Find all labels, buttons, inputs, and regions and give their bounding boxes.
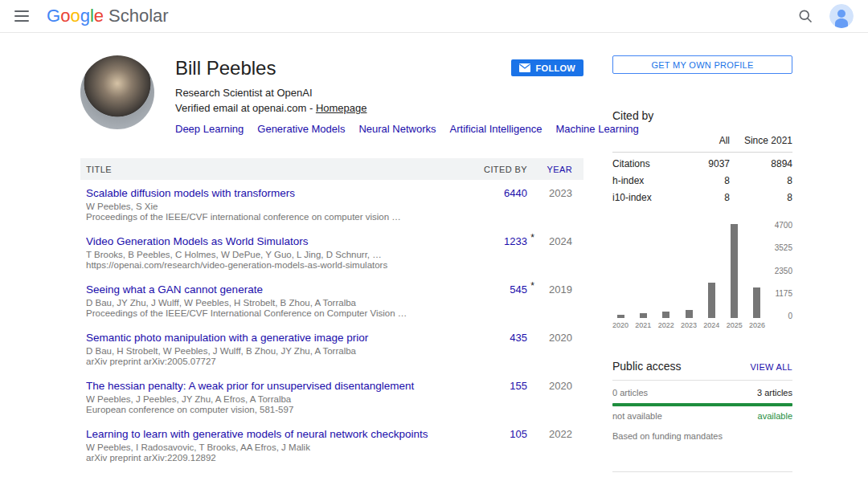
chart-bar[interactable] <box>617 315 624 318</box>
publications-list: Scalable diffusion models with transform… <box>80 180 583 477</box>
cited-by-count[interactable]: 6440 <box>504 187 527 199</box>
publication-row: Seeing what a GAN cannot generateD Bau, … <box>80 276 583 324</box>
cited-by-count[interactable]: 545 <box>510 283 527 296</box>
cited-by-count[interactable]: 1233 <box>504 235 527 247</box>
publication-year: 2023 <box>527 187 583 222</box>
publication-title[interactable]: Seeing what a GAN cannot generate <box>86 283 458 296</box>
chart-x-label: 2022 <box>658 321 674 329</box>
citations-chart-ylabels: 47003525235011750 <box>775 221 792 320</box>
citation-stats-row: h-index88 <box>612 175 792 186</box>
citations-chart: 2020202120222023202420252026 47003525235… <box>612 224 792 329</box>
stat-label: h-index <box>612 175 677 186</box>
publication-title[interactable]: Semantic photo manipulation with a gener… <box>86 332 458 344</box>
availability-bar <box>612 403 792 406</box>
cited-by-count[interactable]: 105 <box>510 428 527 440</box>
chart-y-label: 0 <box>788 312 792 320</box>
stat-label: i10-index <box>612 192 677 203</box>
publication-year: 2019 <box>527 283 583 319</box>
available-label: available <box>758 411 792 421</box>
chart-bar[interactable] <box>753 287 760 318</box>
homepage-link[interactable]: Homepage <box>316 102 367 114</box>
profile-photo[interactable] <box>80 55 154 129</box>
google-scholar-logo[interactable]: G o o g l e Scholar <box>47 6 169 26</box>
follow-button[interactable]: FOLLOW <box>511 59 583 76</box>
coauthors-section: Co-authors <box>612 471 792 477</box>
cited-by-count[interactable]: 435 <box>510 332 527 344</box>
stat-value-all: 9037 <box>677 158 730 169</box>
stat-label: Citations <box>612 158 677 169</box>
interest-link[interactable]: Machine Learning <box>555 123 638 135</box>
chart-x-label: 2024 <box>703 321 719 329</box>
publication-authors: T Brooks, B Peebles, C Holmes, W DePue, … <box>86 250 458 260</box>
chart-column: 2025 <box>727 224 743 329</box>
public-access-section: Public access VIEW ALL 0 articles 3 arti… <box>612 360 792 441</box>
profile-header: Bill Peebles Research Scientist at OpenA… <box>80 55 583 135</box>
interest-link[interactable]: Deep Learning <box>175 123 244 135</box>
not-available-count: 0 articles <box>612 388 648 398</box>
publication-venue: arXiv preprint arXiv:2209.12892 <box>86 453 458 463</box>
citations-chart-columns: 2020202120222023202420252026 <box>612 224 765 329</box>
not-available-label: not available <box>612 411 662 421</box>
publications-table-header: TITLE CITED BY YEAR <box>80 158 583 180</box>
citation-stats-rows: Citations90378894h-index88i10-index88 <box>612 158 792 203</box>
logo-letter: g <box>80 6 90 26</box>
publication-authors: D Bau, JY Zhu, J Wulff, W Peebles, H Str… <box>86 298 458 308</box>
profile-affiliation: Research Scientist at OpenAI <box>175 87 653 99</box>
menu-icon[interactable] <box>14 10 29 22</box>
chart-y-label: 3525 <box>775 243 792 252</box>
publication-row: GAN-supervised dense visual alignmentW P… <box>80 469 583 477</box>
logo-scholar-text: Scholar <box>108 6 169 26</box>
search-icon[interactable] <box>797 8 813 24</box>
co-authored-star: * <box>530 280 534 292</box>
publication-title[interactable]: Scalable diffusion models with transform… <box>86 187 458 200</box>
stat-value-since: 8 <box>730 175 792 186</box>
publication-authors: W Peebles, I Radosavovic, T Brooks, AA E… <box>86 442 458 453</box>
chart-column: 2026 <box>749 224 765 329</box>
chart-x-label: 2021 <box>635 321 651 329</box>
logo-letter: o <box>60 6 70 26</box>
publication-authors: D Bau, H Strobelt, W Peebles, J Wulff, B… <box>86 346 458 357</box>
publication-venue: European conference on computer vision, … <box>86 405 458 415</box>
publication-title[interactable]: The hessian penalty: A weak prior for un… <box>86 380 458 393</box>
citation-stats-table: All Since 2021 Citations90378894h-index8… <box>612 135 792 203</box>
envelope-icon <box>519 63 530 72</box>
publication-year: 2024 <box>527 235 583 271</box>
chart-column: 2020 <box>612 224 628 329</box>
chart-column: 2022 <box>658 224 674 329</box>
chart-bar[interactable] <box>662 312 669 318</box>
chart-column: 2023 <box>681 224 697 329</box>
interest-link[interactable]: Generative Models <box>257 123 345 135</box>
publication-venue: Proceedings of the IEEE/CVF Internationa… <box>86 308 458 319</box>
stat-value-since: 8894 <box>730 158 792 169</box>
chart-x-label: 2025 <box>727 321 743 329</box>
chart-y-label: 4700 <box>775 221 792 230</box>
publication-row: Scalable diffusion models with transform… <box>80 180 583 228</box>
chart-bar[interactable] <box>686 310 693 318</box>
interest-link[interactable]: Artificial Intelligence <box>450 123 542 135</box>
publication-venue: Proceedings of the IEEE/CVF internationa… <box>86 212 458 222</box>
stat-value-all: 8 <box>677 192 730 203</box>
publication-authors: W Peebles, S Xie <box>86 202 458 212</box>
chart-bar[interactable] <box>708 283 715 318</box>
citation-stats-row: i10-index88 <box>612 192 792 203</box>
chart-bar[interactable] <box>640 313 647 318</box>
stat-value-all: 8 <box>677 175 730 186</box>
column-header-year[interactable]: YEAR <box>527 165 583 174</box>
verified-email: Verified email at openai.com - Homepage <box>175 102 653 114</box>
chart-column: 2021 <box>635 224 651 329</box>
co-authored-star: * <box>530 232 534 243</box>
publication-title[interactable]: Learning to learn with generative models… <box>86 428 458 441</box>
view-all-link[interactable]: VIEW ALL <box>750 362 792 372</box>
chart-bar[interactable] <box>731 224 738 318</box>
cited-by-section: Cited by All Since 2021 Citations9037889… <box>612 109 792 329</box>
cited-by-count[interactable]: 155 <box>510 380 527 392</box>
account-avatar[interactable] <box>829 4 854 28</box>
publication-title[interactable]: Video Generation Models as World Simulat… <box>86 235 458 248</box>
chart-column: 2024 <box>703 224 719 329</box>
logo-letter: e <box>94 6 104 26</box>
publication-row: Semantic photo manipulation with a gener… <box>80 324 583 373</box>
publications-table: TITLE CITED BY YEAR Scalable diffusion m… <box>80 158 583 477</box>
column-header-cited-by[interactable]: CITED BY <box>458 165 527 174</box>
interest-link[interactable]: Neural Networks <box>358 123 436 135</box>
public-access-title: Public access <box>612 360 682 373</box>
